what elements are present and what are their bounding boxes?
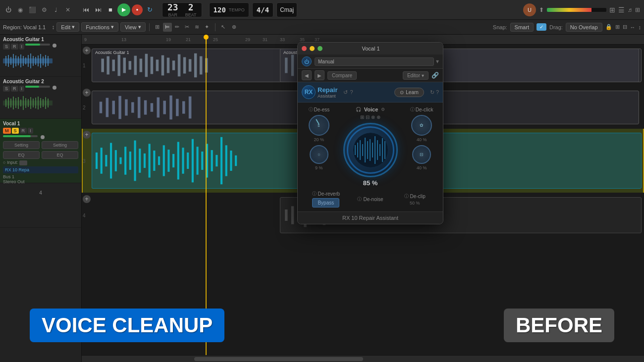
drag-value[interactable]: No Overlap (566, 23, 602, 32)
functions-btn[interactable]: Functions ▾ (81, 22, 118, 32)
track-3-m-btn[interactable]: M (3, 128, 11, 134)
track-3-eq-btn2[interactable]: EQ (42, 151, 78, 159)
track-3-setting-btn[interactable]: Setting (3, 141, 40, 149)
track-4-add[interactable]: + (83, 195, 91, 203)
voice-settings-icon[interactable]: ⚙ (381, 107, 385, 112)
track-3-r-btn[interactable]: R (20, 128, 27, 134)
track-2-i-btn[interactable]: I (19, 86, 25, 92)
time-sig-display[interactable]: 4/4 (252, 2, 273, 17)
de-click-knob2[interactable]: ⊟ (412, 145, 431, 164)
link-icon[interactable]: 🔗 (431, 72, 439, 79)
zoom-out-icon[interactable]: ⊟ (623, 24, 627, 30)
stop-btn[interactable]: ■ (105, 4, 116, 15)
mode-icon-1[interactable]: ⊞ (360, 114, 364, 120)
track-1-i-btn[interactable]: I (19, 44, 25, 50)
nav-forward-btn[interactable]: ▶ (315, 70, 324, 80)
bypass-button[interactable]: Bypass (312, 198, 339, 207)
rewind-btn[interactable]: ⏮ (80, 4, 91, 15)
zoom-fit-icon[interactable]: ↔ (630, 24, 636, 30)
track-3-eq-btn[interactable]: EQ (3, 151, 40, 159)
cpu-icon[interactable]: ◉ (16, 5, 25, 14)
compare-btn[interactable]: Compare (327, 71, 357, 80)
voice-headphones-icon[interactable]: 🎧 (356, 107, 361, 112)
tempo-display[interactable]: 120 TEMPO (209, 2, 249, 17)
rx-info-icon[interactable]: ? (350, 89, 353, 96)
learn-btn[interactable]: ⊙ Learn (394, 88, 424, 97)
scroll-thumb[interactable] (194, 357, 363, 361)
window-max-btn[interactable] (318, 46, 322, 51)
snap-toggle[interactable]: ✓ (537, 23, 546, 31)
track-1-fader[interactable] (53, 44, 56, 48)
edit-btn[interactable]: Edit ▾ (56, 22, 79, 32)
plugin-power-btn[interactable]: ⏻ (302, 56, 312, 66)
de-ess-knob[interactable]: ṡ (309, 115, 329, 136)
track-1-s-btn[interactable]: S (3, 44, 10, 50)
editor-btn[interactable]: Editor ▾ (403, 71, 429, 80)
track-1-r-btn[interactable]: R (11, 44, 18, 50)
de-click-knob[interactable]: ✿ (411, 115, 432, 136)
zoom-v-icon[interactable]: ↕ (639, 24, 642, 30)
view-btn[interactable]: View ▾ (120, 22, 146, 32)
piano-icon[interactable]: ♬ (628, 6, 632, 13)
de-ess-knob2[interactable]: ○ (310, 145, 328, 164)
rx-settings-icon[interactable]: ↺ (343, 89, 348, 96)
track-3-i-btn[interactable]: I (28, 128, 33, 134)
window-close-btn[interactable] (302, 46, 307, 51)
user-icon[interactable]: U (523, 3, 536, 16)
track-3-volume[interactable] (3, 135, 38, 137)
drag-lock-icon[interactable]: 🔒 (605, 24, 612, 30)
rx-refresh-icon[interactable]: ↻ (430, 89, 434, 96)
track-3-add[interactable]: + (83, 131, 91, 139)
bottom-scrollbar[interactable] (82, 355, 644, 362)
track-3-fader[interactable] (41, 135, 45, 139)
record-btn[interactable]: ● (132, 4, 143, 15)
track-2-fader[interactable] (53, 86, 56, 90)
pointer-tool[interactable]: ⊨ (163, 23, 172, 32)
preset-chevron-icon[interactable]: ▾ (436, 58, 439, 65)
mode-icon-2[interactable]: ⊟ (366, 114, 370, 120)
share-icon[interactable]: ⬆ (539, 6, 544, 13)
track-1-add[interactable]: + (83, 47, 91, 54)
grid-tool[interactable]: ⊞ (153, 23, 162, 32)
flex-tool[interactable]: ≋ (193, 23, 202, 32)
arrow-up-icon[interactable]: ↕ (52, 24, 54, 31)
snap-value[interactable]: Smart (510, 23, 534, 32)
nav-back-btn[interactable]: ◀ (302, 70, 312, 80)
de-reverb-info-icon[interactable]: ⓘ (312, 191, 317, 197)
track-2-r-btn[interactable]: R (11, 86, 18, 92)
rx-plugin-btn[interactable]: RX 10 Repa (3, 166, 78, 173)
track-3-setting-btn2[interactable]: Setting (42, 141, 78, 149)
de-noise-info-icon[interactable]: ⓘ (357, 196, 362, 203)
preset-dropdown[interactable]: Manual (315, 57, 434, 66)
de-click-info-icon[interactable]: ⓘ (410, 106, 415, 113)
track-3-s-btn[interactable]: S (12, 128, 19, 134)
pencil-tool[interactable]: ✏ (173, 23, 182, 32)
track-2-volume[interactable] (25, 86, 50, 88)
mixer-icon[interactable]: ⊞ (635, 6, 640, 13)
loop-btn[interactable]: ↻ (144, 4, 155, 15)
power-icon[interactable]: ⏻ (4, 5, 13, 14)
mode-icon-4[interactable]: ⊕ (376, 114, 380, 120)
grid-icon[interactable]: ⊞ (609, 6, 615, 14)
de-ess-info-icon[interactable]: ⓘ (309, 106, 313, 113)
save-icon[interactable]: ⬛ (28, 5, 37, 14)
play-btn[interactable]: ▶ (117, 3, 130, 16)
track-2-add[interactable]: + (83, 89, 91, 97)
rx-help-icon[interactable]: ? (436, 89, 439, 96)
metronome-icon[interactable]: ♩ (52, 5, 60, 14)
key-display[interactable]: Cmaj (276, 2, 297, 17)
track-1-volume[interactable] (25, 44, 50, 46)
main-voice-knob[interactable] (343, 123, 398, 177)
mode-icon-3[interactable]: ⊗ (371, 114, 375, 120)
track-2-s-btn[interactable]: S (3, 86, 10, 92)
scissors-tool[interactable]: ✂ (183, 23, 192, 32)
fastforward-btn[interactable]: ⏭ (93, 4, 104, 15)
de-clip-info-icon[interactable]: ⓘ (404, 193, 409, 200)
settings-icon[interactable]: ⚙ (40, 5, 49, 14)
window-min-btn[interactable] (310, 46, 315, 51)
smart-tool[interactable]: ✦ (203, 23, 212, 32)
cursor-tool[interactable]: ↖ (219, 23, 228, 32)
close-icon[interactable]: ✕ (63, 5, 72, 14)
zoom-in-icon[interactable]: ⊞ (615, 24, 620, 30)
zoom-tool[interactable]: ⊕ (230, 23, 239, 32)
